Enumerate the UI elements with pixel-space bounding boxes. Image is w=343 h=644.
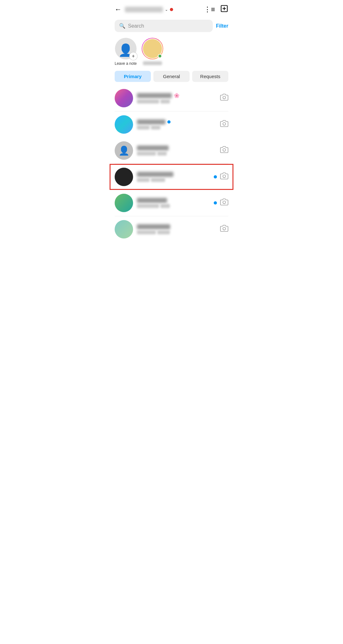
sender-name-blur — [137, 145, 169, 151]
my-story-item[interactable]: 👤 + Leave a note — [115, 38, 137, 66]
message-time-blur — [151, 178, 165, 182]
message-name-row — [137, 172, 210, 177]
search-icon: 🔍 — [119, 23, 125, 29]
avatar — [115, 194, 133, 212]
sender-name-blur — [137, 172, 173, 177]
story-ring — [142, 38, 163, 59]
table-row[interactable]: 👤 — [110, 138, 233, 164]
message-time-blur — [160, 204, 170, 208]
unread-dot — [214, 201, 217, 205]
plus-icon: + — [132, 54, 135, 59]
message-right — [220, 224, 228, 234]
filter-button[interactable]: Filter — [216, 23, 228, 29]
name-emoji: 🌸 — [174, 93, 180, 98]
message-preview-row — [137, 230, 216, 234]
message-preview-row — [137, 151, 216, 156]
message-name-row — [137, 145, 216, 151]
activity-dot — [170, 8, 173, 11]
message-right — [214, 172, 228, 182]
svg-point-2 — [223, 122, 226, 125]
search-bar-container: 🔍 Search Filter — [110, 17, 233, 35]
contact-story-label — [143, 61, 162, 65]
contact-story-item[interactable] — [142, 38, 163, 65]
list-icon[interactable]: ⋮≡ — [204, 5, 215, 14]
message-time-blur — [157, 230, 170, 234]
header: ← ⌄ ⋮≡ — [110, 0, 233, 17]
back-button[interactable]: ← — [115, 5, 122, 14]
leave-note-label: Leave a note — [115, 61, 137, 66]
message-content — [137, 145, 216, 156]
camera-icon[interactable] — [220, 198, 228, 208]
message-right — [220, 145, 228, 156]
message-time-blur — [151, 125, 160, 130]
compose-icon[interactable] — [220, 4, 228, 15]
message-name-row — [137, 224, 216, 229]
sender-name-blur — [137, 224, 170, 229]
table-row[interactable] — [110, 190, 233, 216]
message-time-blur — [160, 99, 170, 104]
message-content — [137, 198, 210, 208]
tab-general[interactable]: General — [153, 71, 190, 82]
message-name-row: 🌸 — [137, 93, 216, 98]
plus-badge: + — [130, 52, 137, 60]
message-right — [220, 119, 228, 130]
table-row[interactable] — [110, 216, 233, 242]
message-preview-blur — [137, 125, 150, 130]
message-name-row — [137, 119, 216, 124]
message-right — [220, 93, 228, 103]
sender-name-blur — [137, 198, 167, 203]
svg-point-3 — [223, 149, 226, 151]
username-blur — [125, 7, 163, 12]
tabs-row: Primary General Requests — [110, 68, 233, 84]
avatar — [115, 115, 133, 134]
camera-icon[interactable] — [220, 224, 228, 234]
message-preview-blur — [137, 204, 159, 208]
tab-requests[interactable]: Requests — [192, 71, 228, 82]
avatar — [115, 168, 133, 186]
message-preview-blur — [137, 230, 156, 234]
username-area: ⌄ — [125, 7, 173, 12]
message-preview-blur — [137, 178, 150, 182]
message-name-row — [137, 198, 210, 203]
message-preview-row — [137, 204, 210, 208]
message-time-blur — [157, 151, 167, 156]
table-row[interactable]: 🌸 — [110, 85, 233, 111]
message-list: 🌸 — [110, 85, 233, 242]
unread-dot — [167, 120, 171, 124]
search-placeholder: Search — [128, 23, 144, 29]
avatar — [115, 89, 133, 107]
contact-story-avatar-wrapper — [142, 38, 163, 59]
avatar — [115, 220, 133, 238]
message-preview-row — [137, 125, 216, 130]
table-row[interactable] — [110, 111, 233, 138]
camera-icon[interactable] — [220, 93, 228, 103]
message-preview-blur — [137, 99, 159, 104]
message-content — [137, 119, 216, 130]
unread-dot — [214, 175, 217, 178]
chevron-down-icon[interactable]: ⌄ — [165, 7, 168, 12]
svg-point-5 — [223, 201, 226, 204]
sender-name-blur — [137, 93, 172, 98]
message-preview-row — [137, 178, 210, 182]
message-content — [137, 224, 216, 234]
message-content — [137, 172, 210, 182]
header-right: ⋮≡ — [204, 4, 228, 15]
camera-icon[interactable] — [220, 145, 228, 156]
my-story-avatar-wrapper: 👤 + — [115, 38, 137, 59]
avatar: 👤 — [115, 141, 133, 160]
camera-icon[interactable] — [220, 119, 228, 130]
stories-row: 👤 + Leave a note — [110, 35, 233, 68]
message-right — [214, 198, 228, 208]
svg-point-4 — [223, 175, 226, 178]
svg-point-1 — [223, 96, 226, 99]
sender-name-blur — [137, 119, 165, 124]
search-bar[interactable]: 🔍 Search — [115, 20, 213, 32]
table-row[interactable] — [110, 164, 233, 190]
header-left: ← ⌄ — [115, 5, 173, 14]
message-preview-blur — [137, 151, 156, 156]
online-status-dot — [158, 54, 162, 58]
tab-primary[interactable]: Primary — [115, 71, 151, 82]
message-content: 🌸 — [137, 93, 216, 104]
svg-point-6 — [223, 227, 226, 230]
camera-icon[interactable] — [220, 172, 228, 182]
